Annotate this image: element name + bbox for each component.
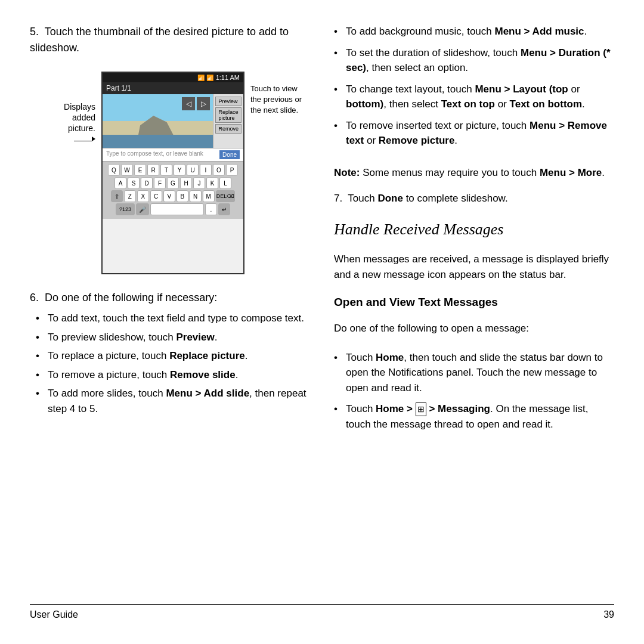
step6-intro: 6. Do one of the following if necessary: bbox=[30, 292, 217, 304]
kb-n[interactable]: N bbox=[190, 190, 202, 202]
grid-icon: ⊞ bbox=[416, 402, 426, 416]
phone-status-bar: 📶 📶 1:11 AM bbox=[103, 73, 243, 82]
note-block: Note: Some menus may require you to touc… bbox=[334, 165, 614, 181]
open-view-item-2: Touch Home > ⊞ > Messaging. On the messa… bbox=[334, 401, 614, 432]
phone-mockup: 📶 📶 1:11 AM Part 1/1 bbox=[101, 72, 244, 274]
done-button[interactable]: Done bbox=[219, 150, 240, 159]
phone-image-area: ◁ ▷ bbox=[103, 94, 213, 148]
kb-row-2: A S D F G H J K L bbox=[104, 177, 242, 189]
step6-item-1: To add text, touch the text field and ty… bbox=[36, 311, 310, 326]
text-field-placeholder: Type to compose text, or leave blank bbox=[106, 150, 203, 159]
step6-item-4: To remove a picture, touch Remove slide. bbox=[36, 367, 310, 383]
kb-b[interactable]: B bbox=[177, 190, 188, 202]
phone-text-field[interactable]: Type to compose text, or leave blank Don… bbox=[103, 148, 243, 162]
nav-arrows[interactable]: ◁ ▷ bbox=[182, 97, 210, 110]
footer-user-guide: User Guide bbox=[30, 609, 78, 620]
kb-enter[interactable]: ↵ bbox=[218, 203, 230, 215]
step6-item-3: To replace a picture, touch Replace pict… bbox=[36, 348, 310, 364]
annotation-line-left bbox=[74, 141, 92, 141]
step5-intro: 5. Touch the thumbnail of the desired pi… bbox=[30, 24, 310, 56]
kb-j[interactable]: J bbox=[193, 177, 205, 189]
remove-btn[interactable]: Remove bbox=[215, 124, 242, 134]
section-heading-handle: Handle Received Messages bbox=[334, 221, 614, 239]
step6-list: To add text, touch the text field and ty… bbox=[30, 311, 310, 416]
phone-image-row: ◁ ▷ Preview Replacepicture Remove bbox=[103, 94, 243, 148]
step6-item-2: To preview slideshow, touch Preview. bbox=[36, 330, 310, 345]
replace-btn[interactable]: Replacepicture bbox=[215, 107, 242, 123]
content-area: 5. Touch the thumbnail of the desired pi… bbox=[30, 24, 614, 598]
kb-w[interactable]: W bbox=[121, 164, 133, 176]
phone-mockup-container: Displaysaddedpicture. 📶 📶 1:11 AM bbox=[48, 72, 310, 274]
right-item-3: To change text layout, touch Menu > Layo… bbox=[334, 82, 614, 112]
preview-btn[interactable]: Preview bbox=[215, 97, 242, 106]
kb-t[interactable]: T bbox=[160, 164, 172, 176]
kb-k[interactable]: K bbox=[206, 177, 218, 189]
kb-backspace[interactable]: DEL⌫ bbox=[216, 190, 236, 202]
status-time: 1:11 AM bbox=[216, 74, 240, 81]
open-view-subhead: Open and View Text Messages bbox=[334, 296, 614, 309]
kb-q[interactable]: Q bbox=[108, 164, 120, 176]
kb-i[interactable]: I bbox=[200, 164, 212, 176]
kb-row-4: ?123 🎤 . ↵ bbox=[104, 203, 242, 215]
annotation-left-text: Displaysaddedpicture. bbox=[64, 101, 95, 134]
kb-d[interactable]: D bbox=[141, 177, 153, 189]
water-shape bbox=[103, 135, 213, 148]
kb-space[interactable] bbox=[150, 203, 204, 215]
step6-block: 6. Do one of the following if necessary:… bbox=[30, 290, 310, 420]
left-column: 5. Touch the thumbnail of the desired pi… bbox=[30, 24, 310, 598]
kb-p[interactable]: P bbox=[226, 164, 238, 176]
phone-header: Part 1/1 bbox=[103, 82, 243, 94]
kb-num[interactable]: ?123 bbox=[116, 203, 135, 215]
step6-item-5: To add more slides, touch Menu > Add sli… bbox=[36, 386, 310, 416]
kb-s[interactable]: S bbox=[128, 177, 140, 189]
kb-e[interactable]: E bbox=[134, 164, 146, 176]
right-item-2: To set the duration of slideshow, touch … bbox=[334, 45, 614, 76]
kb-period[interactable]: . bbox=[205, 203, 217, 215]
open-view-bullets: Touch Home, then touch and slide the sta… bbox=[334, 350, 614, 438]
open-view-item-1: Touch Home, then touch and slide the sta… bbox=[334, 350, 614, 396]
right-item-1: To add background music, touch Menu > Ad… bbox=[334, 24, 614, 39]
kb-y[interactable]: Y bbox=[174, 164, 185, 176]
footer-page-number: 39 bbox=[603, 609, 614, 620]
side-buttons: Preview Replacepicture Remove bbox=[213, 94, 243, 148]
section-intro-text: When messages are received, a message is… bbox=[334, 252, 614, 283]
kb-f[interactable]: F bbox=[154, 177, 166, 189]
kb-x[interactable]: X bbox=[137, 190, 149, 202]
annotation-right: Touch to view the previous or the next s… bbox=[250, 72, 310, 116]
right-bullets-top: To add background music, touch Menu > Ad… bbox=[334, 24, 614, 154]
kb-v[interactable]: V bbox=[163, 190, 175, 202]
kb-c[interactable]: C bbox=[150, 190, 162, 202]
next-arrow-btn[interactable]: ▷ bbox=[197, 97, 210, 110]
kb-l[interactable]: L bbox=[219, 177, 231, 189]
kb-r[interactable]: R bbox=[147, 164, 159, 176]
part-label: Part 1/1 bbox=[106, 84, 131, 92]
annotation-right-text: Touch to view the previous or the next s… bbox=[250, 84, 302, 114]
open-view-intro: Do one of the following to open a messag… bbox=[334, 321, 614, 336]
kb-row-1: Q W E R T Y U I O P bbox=[104, 164, 242, 176]
annotation-left: Displaysaddedpicture. bbox=[48, 72, 95, 141]
right-column: To add background music, touch Menu > Ad… bbox=[334, 24, 614, 598]
right-item-4: To remove inserted text or picture, touc… bbox=[334, 118, 614, 148]
status-icons: 📶 📶 bbox=[197, 75, 213, 81]
kb-o[interactable]: O bbox=[213, 164, 225, 176]
kb-z[interactable]: Z bbox=[124, 190, 136, 202]
kb-mic[interactable]: 🎤 bbox=[136, 203, 149, 215]
step7-block: 7. Touch Done to complete slideshow. bbox=[334, 191, 614, 206]
phone-keyboard[interactable]: Q W E R T Y U I O P A bbox=[103, 162, 243, 219]
page-container: 5. Touch the thumbnail of the desired pi… bbox=[0, 0, 644, 644]
arrow-right-icon bbox=[92, 137, 95, 141]
kb-a[interactable]: A bbox=[114, 177, 126, 189]
kb-u[interactable]: U bbox=[187, 164, 199, 176]
kb-shift[interactable]: ⇧ bbox=[111, 190, 123, 202]
kb-h[interactable]: H bbox=[180, 177, 192, 189]
kb-m[interactable]: M bbox=[203, 190, 215, 202]
prev-arrow-btn[interactable]: ◁ bbox=[182, 97, 195, 110]
kb-row-3: ⇧ Z X C V B N M DEL⌫ bbox=[104, 190, 242, 202]
kb-g[interactable]: G bbox=[167, 177, 179, 189]
footer: User Guide 39 bbox=[30, 604, 614, 620]
